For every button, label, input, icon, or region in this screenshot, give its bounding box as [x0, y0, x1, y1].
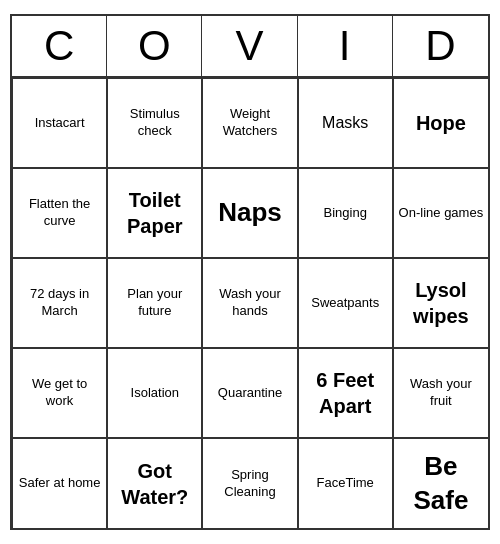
bingo-cell: Binging [298, 168, 393, 258]
cell-text: Wash your fruit [398, 376, 484, 410]
cell-text: On-line games [399, 205, 484, 222]
bingo-cell: 6 Feet Apart [298, 348, 393, 438]
bingo-cell: We get to work [12, 348, 107, 438]
bingo-cell: Stimulus check [107, 78, 202, 168]
bingo-cell: FaceTime [298, 438, 393, 528]
bingo-cell: Wash your hands [202, 258, 297, 348]
cell-text: Flatten the curve [17, 196, 102, 230]
cell-text: Masks [322, 113, 368, 134]
header-letter: I [298, 16, 393, 76]
bingo-cell: On-line games [393, 168, 488, 258]
bingo-cell: Isolation [107, 348, 202, 438]
cell-text: Spring Cleaning [207, 467, 292, 501]
bingo-cell: Hope [393, 78, 488, 168]
cell-text: Quarantine [218, 385, 282, 402]
cell-text: FaceTime [317, 475, 374, 492]
cell-text: Be Safe [398, 450, 484, 518]
cell-text: 72 days in March [17, 286, 102, 320]
cell-text: Safer at home [19, 475, 101, 492]
cell-text: Lysol wipes [398, 277, 484, 329]
cell-text: Wash your hands [207, 286, 292, 320]
bingo-cell: Plan your future [107, 258, 202, 348]
header-letter: V [202, 16, 297, 76]
cell-text: Toilet Paper [112, 187, 197, 239]
cell-text: Sweatpants [311, 295, 379, 312]
cell-text: Stimulus check [112, 106, 197, 140]
header-letter: C [12, 16, 107, 76]
bingo-cell: Instacart [12, 78, 107, 168]
bingo-cell: 72 days in March [12, 258, 107, 348]
bingo-cell: Wash your fruit [393, 348, 488, 438]
bingo-cell: Spring Cleaning [202, 438, 297, 528]
bingo-grid: InstacartStimulus checkWeight WatchersMa… [12, 78, 488, 528]
cell-text: Plan your future [112, 286, 197, 320]
bingo-cell: Naps [202, 168, 297, 258]
bingo-cell: Be Safe [393, 438, 488, 528]
cell-text: We get to work [17, 376, 102, 410]
header-letter: D [393, 16, 488, 76]
bingo-cell: Got Water? [107, 438, 202, 528]
bingo-cell: Quarantine [202, 348, 297, 438]
cell-text: Hope [416, 110, 466, 136]
cell-text: Isolation [131, 385, 179, 402]
bingo-card: COVID InstacartStimulus checkWeight Watc… [10, 14, 490, 530]
bingo-cell: Sweatpants [298, 258, 393, 348]
bingo-header: COVID [12, 16, 488, 78]
bingo-cell: Toilet Paper [107, 168, 202, 258]
bingo-cell: Safer at home [12, 438, 107, 528]
bingo-cell: Lysol wipes [393, 258, 488, 348]
bingo-cell: Masks [298, 78, 393, 168]
cell-text: Binging [324, 205, 367, 222]
cell-text: Instacart [35, 115, 85, 132]
cell-text: Naps [218, 196, 282, 230]
cell-text: Weight Watchers [207, 106, 292, 140]
cell-text: 6 Feet Apart [303, 367, 388, 419]
bingo-cell: Flatten the curve [12, 168, 107, 258]
header-letter: O [107, 16, 202, 76]
cell-text: Got Water? [112, 458, 197, 510]
bingo-cell: Weight Watchers [202, 78, 297, 168]
